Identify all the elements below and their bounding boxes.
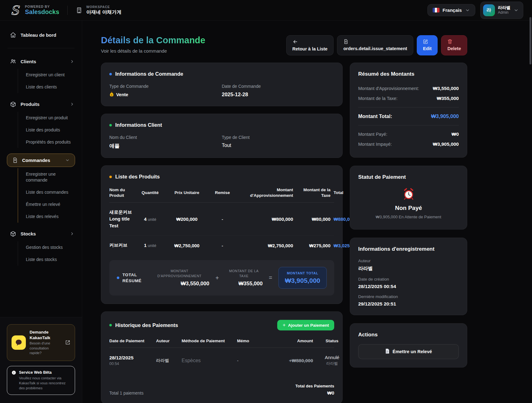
sidebar-subitem[interactable]: Liste des relevés: [18, 211, 82, 223]
orange-dot-icon: [109, 176, 112, 178]
payments-count: Total 1 paiements: [109, 391, 144, 396]
col-header: Montant de la Taxe: [296, 187, 330, 198]
modified-label: Dernière modification: [358, 294, 459, 299]
col-header: Amount: [273, 339, 313, 343]
client-type-label: Type de Client: [222, 135, 334, 140]
delete-button[interactable]: Delete: [441, 35, 467, 55]
add-payment-button[interactable]: + Ajouter un Paiement: [277, 320, 334, 330]
sidebar-subitem[interactable]: Enregistrer un client: [18, 69, 82, 81]
order-type-label: Type de Commande: [109, 84, 222, 89]
client-info-title: Informations Client: [115, 122, 162, 128]
user-menu[interactable]: 라 라라벨 Admin: [480, 2, 524, 19]
edit-button-label: Edit: [423, 46, 431, 51]
arrow-left-icon: [292, 39, 298, 45]
sidebar-subitem[interactable]: Gestion des stocks: [18, 241, 82, 254]
avatar: 라: [483, 4, 495, 16]
sidebar-subitem[interactable]: Liste des commandes: [18, 186, 82, 198]
back-button-label: Retour à la Liste: [292, 46, 328, 51]
cube-icon: [10, 231, 16, 237]
sidebar-item-label: Tableau de bord: [21, 32, 74, 38]
brand-name: Salesdocks: [25, 8, 59, 16]
product-unit-price: ₩2,750,000: [167, 243, 207, 248]
sidebar-item-label: Stocks: [21, 231, 65, 236]
payment-status-title: Statut de Paiement: [358, 174, 459, 180]
sidebar-item-label: Clients: [21, 59, 65, 64]
unpaid-label: Montant Impayé:: [358, 142, 392, 147]
green-dot-icon: [109, 324, 112, 326]
kakaotalk-card[interactable]: Demande KakaoTalk Besoin d'une consultat…: [7, 324, 75, 361]
external-link-icon: [65, 340, 70, 345]
user-name: 라라벨: [498, 5, 511, 11]
beta-notice-card: Service Web Bêta Veuillez nous contacter…: [7, 366, 75, 395]
users-icon: [10, 58, 16, 64]
total-label: Montant Total:: [358, 114, 392, 119]
document-icon: [343, 39, 349, 44]
home-icon: [10, 32, 16, 38]
sidebar-subitem[interactable]: Liste des clients: [18, 81, 82, 93]
summary-tax-label: MONTANT DE LA TAXE: [225, 269, 263, 278]
payment-status-author: 라라벨: [316, 361, 348, 366]
kakaotalk-desc: Besoin d'une consultation rapide?: [30, 341, 61, 356]
sidebar-item-dashboard[interactable]: Tableau de bord: [0, 28, 82, 42]
issue-statement-action-button[interactable]: Émettre un Relevé: [358, 344, 459, 359]
chevron-down-icon: [65, 158, 70, 163]
products-table: Nom du Produit Quantité Prix Unitaire Re…: [109, 187, 334, 255]
statement-button-label: orders.detail.issue_statement: [343, 46, 407, 51]
workspace-selector[interactable]: WORKSPACE 아재네 야채가게: [76, 5, 121, 15]
payment-amount: +₩880,000: [273, 358, 313, 363]
issue-statement-button[interactable]: orders.detail.issue_statement: [337, 35, 413, 55]
product-unit-price: ₩200,000: [167, 216, 207, 222]
add-payment-label: Ajouter un Paiement: [288, 323, 329, 328]
blue-dot-icon: [109, 73, 112, 75]
money-bag-icon: $: [109, 92, 114, 98]
payment-method: Espèces: [182, 358, 234, 363]
client-name-label: Nom du Client: [109, 135, 222, 140]
payments-total-value: ₩0: [327, 390, 335, 396]
payment-status-card: Statut de Paiement Non Payé ₩3,905,000 E…: [350, 166, 467, 230]
divider: [7, 48, 74, 48]
sidebar-item-stocks[interactable]: Stocks: [0, 227, 82, 241]
app-window: S POWERED BY Salesdocks WORKSPACE 아재네 야채…: [0, 0, 532, 403]
payment-memo: -: [237, 358, 269, 363]
sidebar-subitem[interactable]: Enregistrer une commande: [18, 168, 82, 186]
product-discount: -: [210, 216, 235, 222]
payment-status-value: Non Payé: [395, 205, 422, 211]
sidebar-subitem[interactable]: Liste des produits: [18, 124, 82, 136]
sidebar-subitem[interactable]: Liste des stocks: [18, 254, 82, 266]
back-to-list-button[interactable]: Retour à la Liste: [286, 35, 334, 55]
col-header: Mémo: [237, 339, 269, 343]
chevron-right-icon: [70, 102, 74, 107]
plus-operator: +: [216, 275, 219, 281]
summary-tax-value: ₩355,000: [239, 281, 263, 287]
edit-button[interactable]: Edit: [417, 35, 438, 55]
language-selector[interactable]: Français: [427, 4, 475, 16]
sidebar-subitem[interactable]: Émettre un relevé: [18, 198, 82, 211]
sidebar-subitem[interactable]: Propriétés des produits: [18, 136, 82, 148]
order-type-value: Vente: [116, 92, 128, 97]
sidebar-item-clients[interactable]: Clients: [0, 55, 82, 68]
sidebar-subitem[interactable]: Enregistrer un produit: [18, 112, 82, 124]
payment-time: 00:54: [109, 362, 119, 366]
modified-value: 29/12/2025 20:51: [358, 301, 459, 307]
order-info-title: Informations de Commande: [115, 71, 183, 77]
product-qty: 4: [144, 216, 146, 222]
summary-label: RÉSUMÉ: [122, 278, 141, 283]
table-row: 커브커브 1unité ₩2,750,000 - ₩2,750,000 ₩275…: [109, 236, 334, 255]
page-title: Détails de la Commande: [101, 35, 205, 45]
supply-label: Montant d'Approvisionnement:: [358, 86, 419, 91]
kakaotalk-title: Demande KakaoTalk: [30, 330, 56, 340]
delete-button-label: Delete: [447, 46, 461, 51]
sidebar-item-produits[interactable]: Produits: [0, 97, 82, 111]
product-supply: ₩800,000: [238, 216, 293, 222]
product-name: 커브커브: [109, 242, 133, 249]
divider: [358, 107, 459, 107]
payments-title: Historique des Paiements: [115, 322, 178, 328]
plus-icon: +: [283, 323, 285, 328]
payment-status-desc: ₩3,905,000 En Attente de Paiement: [376, 215, 441, 219]
created-label: Date de création: [358, 277, 459, 282]
pencil-icon: [423, 39, 428, 44]
products-title: Liste des Produits: [115, 174, 160, 180]
col-header: Montant d'Approvisionnement: [238, 187, 293, 198]
scrollbar-thumb[interactable]: [530, 17, 531, 64]
sidebar-item-commandes-active[interactable]: Commandes: [7, 154, 75, 167]
